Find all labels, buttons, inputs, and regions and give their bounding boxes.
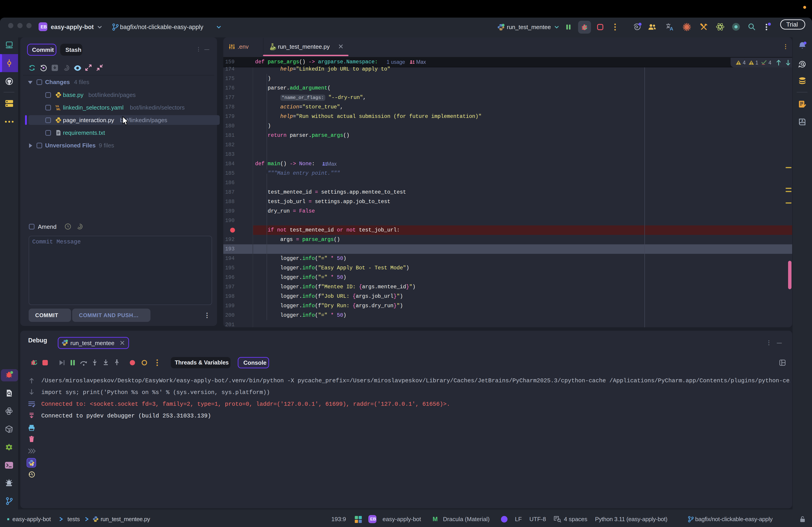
svg-text:A: A (801, 119, 803, 123)
svg-text:ML: ML (56, 107, 61, 111)
svg-text:A: A (670, 26, 673, 31)
